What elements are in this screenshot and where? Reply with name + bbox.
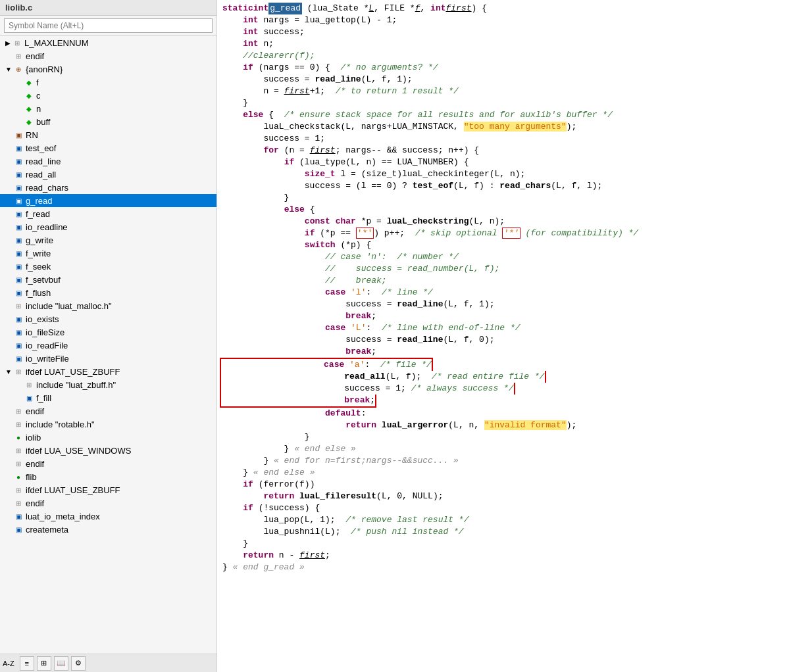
sidebar-item-endif[interactable]: ⊞endif (0, 49, 216, 62)
code-line: const char *p = luaL_checkstring(L, n); (217, 216, 812, 228)
sidebar-item-f_setvbuf[interactable]: ▣f_setvbuf (0, 273, 216, 286)
sidebar-item-n[interactable]: ◆n (0, 102, 216, 115)
sidebar-item-RN[interactable]: ▣RN (0, 128, 216, 141)
code-area[interactable]: static int g_read (lua_State *L, FILE *f… (217, 0, 812, 672)
expand-icon[interactable]: ▶ (5, 39, 11, 47)
code-line: } (217, 192, 812, 204)
code-line: if (nargs == 0) { /* no arguments? */ (217, 62, 812, 74)
func-icon: ▣ (13, 511, 24, 521)
sidebar-item-include_luat_malloc[interactable]: ⊞include "luat_malloc.h" (0, 299, 216, 312)
code-line: success = 1; (217, 133, 812, 145)
collapse-icon[interactable]: ▼ (5, 368, 12, 375)
sidebar-title: liolib.c (0, 0, 216, 16)
sidebar-item-ifdef_LUA_USE_WINDOWS[interactable]: ⊞ifdef LUA_USE_WINDOWS (0, 444, 216, 457)
sidebar-item-f_read[interactable]: ▣f_read (0, 207, 216, 220)
sidebar-item-g_write[interactable]: ▣g_write (0, 233, 216, 247)
code-line: success = read_line(L, f, 1); (217, 299, 812, 310)
sidebar-item-read_all[interactable]: ▣read_all (0, 168, 216, 181)
sidebar-tree[interactable]: ▶⊞L_MAXLENNUM⊞endif▼⊕{anonRN}◆f◆c◆n◆buff… (0, 36, 216, 654)
sidebar-item-ifdef_LUAT_USE_ZBUFF[interactable]: ▼⊞ifdef LUAT_USE_ZBUFF (0, 365, 216, 378)
sidebar-item-f_fill[interactable]: ▣f_fill (0, 391, 216, 404)
sidebar-item-f_flush[interactable]: ▣f_flush (0, 286, 216, 299)
sidebar-item-label: ifdef LUAT_USE_ZBUFF (26, 485, 120, 495)
func-icon: ▣ (13, 222, 24, 232)
sidebar-item-label: endif (26, 498, 44, 508)
tree-view-button[interactable]: ⊞ (37, 656, 51, 671)
sidebar-item-io_readFile[interactable]: ▣io_readFile (0, 339, 216, 352)
sidebar-item-iolib[interactable]: ●iolib (0, 431, 216, 444)
code-line: case 'L': /* line with end-of-line */ (217, 322, 812, 334)
sidebar-item-label: include "luat_malloc.h" (26, 301, 112, 311)
sidebar-item-io_readline[interactable]: ▣io_readline (0, 220, 216, 233)
code-line: } (217, 538, 812, 550)
sidebar-item-io_writeFile[interactable]: ▣io_writeFile (0, 352, 216, 365)
sidebar-item-label: f_write (26, 249, 51, 258)
book-button[interactable]: 📖 (54, 656, 68, 671)
define-icon: ⊞ (13, 458, 24, 469)
sidebar-item-g_read[interactable]: ▣g_read (0, 194, 216, 207)
sidebar-item-read_chars[interactable]: ▣read_chars (0, 181, 216, 194)
sidebar-item-label: endif (26, 459, 44, 469)
sidebar-item-endif4[interactable]: ⊞endif (0, 496, 216, 510)
sidebar-item-label: {anonRN} (26, 64, 63, 74)
code-line: } « end else » (217, 443, 812, 455)
sidebar-item-f_write[interactable]: ▣f_write (0, 247, 216, 260)
code-line: success = read_line(L, f, 1); (217, 74, 812, 85)
code-line: lua_pushnil(L); /* push nil instead */ (217, 526, 812, 538)
func-icon: ▣ (13, 314, 24, 324)
code-line-boxed: break; (217, 395, 812, 408)
sidebar-item-io_exists[interactable]: ▣io_exists (0, 312, 216, 325)
sidebar-item-createmeta[interactable]: ▣createmeta (0, 523, 216, 536)
search-input[interactable] (4, 18, 213, 33)
settings-button[interactable]: ⚙ (71, 656, 86, 671)
sidebar-item-buff[interactable]: ◆buff (0, 115, 216, 128)
sidebar-item-io_fileSize[interactable]: ▣io_fileSize (0, 325, 216, 339)
sidebar-item-label: endif (26, 51, 44, 61)
func-icon: ▣ (13, 274, 24, 285)
sidebar-item-L_MAXLENNUM[interactable]: ▶⊞L_MAXLENNUM (0, 36, 216, 49)
code-line: lua_pop(L, 1); /* remove last result */ (217, 514, 812, 526)
sidebar-item-label: ifdef LUAT_USE_ZBUFF (26, 367, 120, 377)
sidebar-item-label: io_exists (26, 314, 59, 324)
sidebar-item-anonRN[interactable]: ▼⊕{anonRN} (0, 62, 216, 76)
global-icon: ● (13, 432, 24, 443)
sidebar-item-label: io_writeFile (26, 354, 69, 364)
define-icon: ⊞ (13, 51, 24, 61)
sidebar-item-label: ifdef LUA_USE_WINDOWS (26, 446, 131, 456)
sidebar-item-f_seek[interactable]: ▣f_seek (0, 260, 216, 273)
code-line: size_t l = (size_t)luaL_checkinteger(L, … (217, 168, 812, 180)
code-line: // success = read_number(L, f); (217, 263, 812, 275)
sidebar-item-label: luat_io_meta_index (26, 512, 100, 521)
sidebar-item-label: RN (26, 130, 38, 140)
code-line: } « end for n=first;nargs--&&succ... » (217, 455, 812, 467)
sidebar-item-label: read_line (26, 156, 61, 166)
sidebar-item-endif3[interactable]: ⊞endif (0, 457, 216, 470)
sidebar-item-include_rotable[interactable]: ⊞include "rotable.h" (0, 418, 216, 431)
code-line: } (217, 97, 812, 109)
code-line: } « end else » (217, 467, 812, 479)
collapse-icon[interactable]: ▼ (5, 66, 12, 73)
func-icon: ▣ (13, 235, 24, 245)
sidebar-item-label: g_write (26, 235, 53, 245)
define-icon: ⊞ (24, 379, 34, 390)
sidebar-item-label: read_chars (26, 183, 68, 193)
code-line: return n - first; (217, 550, 812, 562)
sidebar-item-label: f_setvbuf (26, 275, 61, 285)
sidebar-item-include_luat_zbuff[interactable]: ⊞include "luat_zbuff.h" (0, 378, 216, 391)
code-line: return luaL_fileresult(L, 0, NULL); (217, 491, 812, 502)
sidebar-item-test_eof[interactable]: ▣test_eof (0, 141, 216, 155)
sidebar-item-luat_io_meta_index[interactable]: ▣luat_io_meta_index (0, 510, 216, 523)
sidebar-item-ifdef_LUAT_USE_ZBUFF2[interactable]: ⊞ifdef LUAT_USE_ZBUFF (0, 483, 216, 496)
sidebar-item-c[interactable]: ◆c (0, 89, 216, 102)
sidebar-item-label: include "rotable.h" (26, 420, 95, 429)
code-line: if (lua_type(L, n) == LUA_TNUMBER) { (217, 156, 812, 168)
sidebar-item-f[interactable]: ◆f (0, 76, 216, 89)
list-view-button[interactable]: ≡ (20, 656, 34, 671)
sidebar-item-flib[interactable]: ●flib (0, 470, 216, 483)
sidebar-item-read_line[interactable]: ▣read_line (0, 155, 216, 168)
sidebar-item-label: f_seek (26, 262, 51, 272)
type-icon: ▣ (13, 130, 24, 140)
code-line: } (217, 431, 812, 443)
code-line-boxed: read_all(L, f); /* read entire file */ (217, 371, 812, 383)
sidebar-item-endif2[interactable]: ⊞endif (0, 404, 216, 418)
